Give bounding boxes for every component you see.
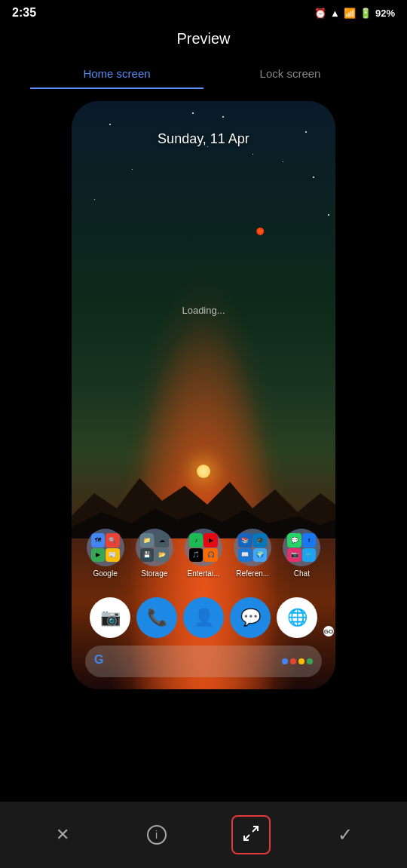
tab-lock-screen[interactable]: Lock screen	[204, 60, 377, 89]
app-label-chat: Chat	[279, 569, 324, 578]
dot-blue	[282, 658, 288, 664]
app-label-reference: Referen...	[230, 569, 275, 578]
app-item-entertainment[interactable]: ♪ ▶ 🎵 🎧 Entertai...	[181, 529, 226, 578]
svg-line-0	[252, 827, 258, 832]
search-bar[interactable]: G	[85, 646, 322, 677]
dock-phone[interactable]: 📞	[136, 597, 177, 638]
contacts-icon: 👤	[194, 608, 214, 627]
page-title: Preview	[176, 30, 230, 47]
tab-home-screen[interactable]: Home screen	[30, 60, 204, 89]
app-label-entertainment: Entertai...	[181, 569, 226, 578]
dot-green	[307, 658, 313, 664]
app-item-reference[interactable]: 📚 🎓 📖 🌍 Referen...	[230, 529, 275, 578]
dot-red	[290, 658, 296, 664]
battery-icon: 🔋	[360, 8, 372, 19]
info-button[interactable]: i	[137, 815, 176, 854]
dock-messages[interactable]: 💬	[230, 597, 271, 638]
svg-line-1	[244, 835, 249, 840]
storage-folder-icon: 📁 ☁ 💾 📂	[136, 529, 173, 566]
status-time: 2:35	[12, 6, 36, 20]
mountains	[72, 463, 335, 538]
expand-button[interactable]	[231, 815, 271, 854]
info-icon: i	[147, 825, 167, 845]
status-icons: ⏰ ▲ 📶 🔋 92%	[314, 8, 395, 19]
google-assistant-dots	[282, 658, 313, 664]
camera-icon: 📷	[100, 608, 121, 627]
dock-chrome[interactable]: 🌐	[277, 597, 317, 638]
app-grid: 🗺 🔍 ▶ 📰 Google 📁 ☁ 💾	[72, 529, 335, 584]
app-label-storage: Storage	[132, 569, 177, 578]
dot-yellow	[298, 658, 304, 664]
dock-camera[interactable]: 📷 GO	[90, 597, 130, 638]
loading-text: Loading...	[72, 305, 335, 316]
phone-preview-wrapper: Sunday, 11 Apr Loading... 🗺 🔍	[0, 101, 407, 689]
confirm-button[interactable]: ✓	[326, 815, 365, 854]
app-item-google[interactable]: 🗺 🔍 ▶ 📰 Google	[83, 529, 128, 578]
reference-folder-icon: 📚 🎓 📖 🌍	[234, 529, 271, 566]
page-header: Preview	[0, 23, 407, 60]
signal-icon: 📶	[344, 8, 356, 19]
status-bar: 2:35 ⏰ ▲ 📶 🔋 92%	[0, 0, 407, 23]
dock-contacts[interactable]: 👤	[183, 597, 224, 638]
bottom-toolbar: ✕ i ✓	[0, 802, 407, 868]
tab-bar: Home screen Lock screen	[0, 60, 407, 89]
dock-row: 📷 GO 📞 👤 💬 🌐	[72, 597, 335, 638]
chat-folder-icon: 💬 f 📷 🐦	[283, 529, 320, 566]
google-logo: G	[94, 653, 111, 670]
app-row-folders: 🗺 🔍 ▶ 📰 Google 📁 ☁ 💾	[81, 529, 326, 578]
close-button[interactable]: ✕	[43, 815, 82, 854]
expand-icon	[242, 824, 260, 846]
phone-icon: 📞	[147, 608, 167, 627]
phone-date: Sunday, 11 Apr	[72, 131, 335, 147]
phone-preview: Sunday, 11 Apr Loading... 🗺 🔍	[72, 101, 335, 689]
entertainment-folder-icon: ♪ ▶ 🎵 🎧	[185, 529, 222, 566]
app-item-chat[interactable]: 💬 f 📷 🐦 Chat	[279, 529, 324, 578]
messages-icon: 💬	[240, 608, 261, 627]
wifi-icon: ▲	[330, 8, 340, 19]
chrome-icon: 🌐	[287, 608, 308, 627]
battery-percent: 92%	[375, 8, 395, 19]
alarm-icon: ⏰	[314, 8, 326, 19]
app-item-storage[interactable]: 📁 ☁ 💾 📂 Storage	[132, 529, 177, 578]
app-label-google: Google	[83, 569, 128, 578]
close-icon: ✕	[56, 825, 69, 845]
google-folder-icon: 🗺 🔍 ▶ 📰	[87, 529, 124, 566]
check-icon: ✓	[338, 824, 353, 845]
